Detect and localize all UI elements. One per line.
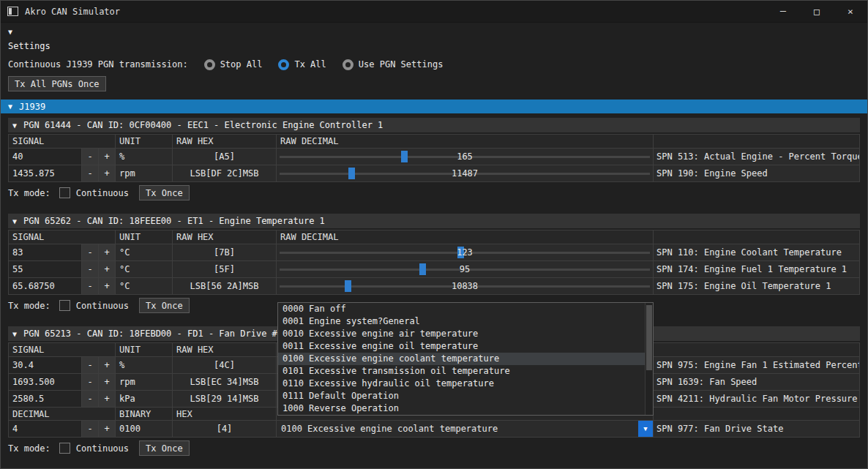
slider-handle[interactable] <box>345 280 351 292</box>
app-icon-glyph <box>9 8 12 15</box>
collapse-icon[interactable]: ▼ <box>12 330 17 338</box>
radio-icon[interactable] <box>343 59 353 70</box>
radio-stop-all[interactable]: Stop All <box>204 59 263 70</box>
combobox-selected-value[interactable]: 0100 Excessive engine coolant temperatur… <box>277 424 638 434</box>
dropdown-item[interactable]: 0110 Excessive hydraulic oil temperature <box>278 378 653 390</box>
tx-mode-label: Tx mode: <box>8 188 50 198</box>
signal-value-input[interactable]: 2580.5 <box>9 391 82 407</box>
pgn-section-header[interactable]: ▼ PGN 65262 - CAN ID: 18FEEE00 - ET1 - E… <box>8 214 860 228</box>
column-header-spn <box>654 408 859 420</box>
collapse-icon[interactable]: ▼ <box>12 121 17 130</box>
state-value-input[interactable]: 4 <box>9 421 82 437</box>
dropdown-scrollbar[interactable] <box>645 303 653 415</box>
tx-all-pgns-once-button[interactable]: Tx All PGNs Once <box>8 76 106 91</box>
signal-value-input[interactable]: 65.68750 <box>9 278 82 294</box>
slider-handle[interactable] <box>401 151 408 162</box>
decrement-button[interactable]: - <box>82 244 99 260</box>
continuous-checkbox[interactable] <box>59 443 70 454</box>
signal-value-input[interactable]: 40 <box>9 149 82 165</box>
signal-row: 65.68750 - + °C LSB[56 2A]MSB 10838 SPN … <box>9 277 859 294</box>
collapse-icon[interactable]: ▼ <box>8 102 12 110</box>
dropdown-item[interactable]: 0011 Excessive engine oil temperature <box>278 340 653 353</box>
signal-value-input[interactable]: 83 <box>9 244 82 260</box>
spn-label: SPN 175: Engine Oil Temperature 1 <box>654 278 859 294</box>
signal-value-input[interactable]: 55 <box>9 261 82 277</box>
decrement-button[interactable]: - <box>82 278 99 294</box>
decrement-button[interactable]: - <box>82 261 99 277</box>
decrement-button[interactable]: - <box>82 421 99 437</box>
radio-use-pgn-settings[interactable]: Use PGN Settings <box>343 59 444 70</box>
table-header-row: SIGNAL UNIT RAW HEX RAW DECIMAL <box>9 230 859 244</box>
raw-hex-value: [4C] <box>173 357 277 373</box>
dropdown-item[interactable]: 0000 Fan off <box>278 303 653 315</box>
decrement-button[interactable]: - <box>82 149 99 165</box>
dropdown-item[interactable]: 0111 Default Operation <box>278 390 653 402</box>
decrement-button[interactable]: - <box>82 357 99 373</box>
raw-decimal-slider[interactable]: 95 <box>277 261 654 277</box>
minimize-button[interactable]: ─ <box>766 1 800 22</box>
continuous-checkbox[interactable] <box>59 300 70 311</box>
continuous-label: Continuous <box>76 301 129 311</box>
dropdown-item[interactable]: 0101 Excessive transmission oil temperat… <box>278 365 653 378</box>
increment-button[interactable]: + <box>99 149 116 165</box>
maximize-button[interactable]: □ <box>800 1 834 22</box>
dropdown-item[interactable]: 1000 Reverse Operation <box>278 402 653 415</box>
radio-icon[interactable] <box>204 59 215 70</box>
tx-once-button[interactable]: Tx Once <box>139 298 190 313</box>
tx-mode-row: Tx mode: Continuous Tx Once <box>8 440 860 456</box>
raw-decimal-value: 11487 <box>452 168 478 179</box>
decrement-button[interactable]: - <box>82 165 99 181</box>
slider-handle[interactable] <box>419 263 426 275</box>
signal-value-input[interactable]: 30.4 <box>9 357 82 373</box>
column-header-spn <box>654 230 859 244</box>
radio-label: Use PGN Settings <box>359 59 444 70</box>
raw-decimal-slider[interactable]: 123 <box>277 244 654 260</box>
increment-button[interactable]: + <box>99 244 116 260</box>
column-header-raw-decimal: RAW DECIMAL <box>277 135 654 148</box>
decrement-button[interactable]: - <box>82 374 99 390</box>
raw-hex-value: [5F] <box>173 261 277 277</box>
app-icon <box>7 7 18 16</box>
dropdown-item[interactable]: 0001 Engine system?General <box>278 315 653 328</box>
signal-value-input[interactable]: 1693.500 <box>9 374 82 390</box>
pgn-section-header[interactable]: ▼ PGN 61444 - CAN ID: 0CF00400 - EEC1 - … <box>8 118 860 132</box>
decrement-button[interactable]: - <box>82 391 99 407</box>
raw-decimal-slider[interactable]: 11487 <box>277 165 654 181</box>
raw-hex-value: LSB[EC 34]MSB <box>173 374 277 390</box>
increment-button[interactable]: + <box>99 165 116 181</box>
radio-tx-all[interactable]: Tx All <box>278 59 326 70</box>
increment-button[interactable]: + <box>99 357 116 373</box>
collapse-icon[interactable]: ▼ <box>12 217 17 225</box>
continuous-label: Continuous <box>76 188 129 198</box>
increment-button[interactable]: + <box>99 278 116 294</box>
signal-value-input[interactable]: 1435.875 <box>9 165 82 181</box>
slider-handle[interactable] <box>348 168 355 179</box>
radio-selected-icon[interactable] <box>278 59 289 70</box>
signal-row: 83 - + °C [7B] 123 SPN 110: Engine Coola… <box>9 244 859 260</box>
tx-once-button[interactable]: Tx Once <box>139 440 190 456</box>
continuous-checkbox[interactable] <box>59 187 70 198</box>
column-header-unit: UNIT <box>116 343 173 356</box>
j1939-group-header[interactable]: ▼ J1939 <box>1 100 867 113</box>
scrollbar-thumb[interactable] <box>646 305 652 370</box>
tx-once-button[interactable]: Tx Once <box>139 185 190 200</box>
column-header-raw-decimal: RAW DECIMAL <box>277 230 654 244</box>
raw-decimal-slider[interactable]: 165 <box>277 149 654 165</box>
spn-label: SPN 190: Engine Speed <box>654 165 859 181</box>
close-button[interactable]: × <box>834 1 867 22</box>
combobox-dropdown-button[interactable]: ▼ <box>638 421 653 437</box>
column-header-hex: HEX <box>173 408 277 420</box>
increment-button[interactable]: + <box>99 374 116 390</box>
fan-drive-state-combobox[interactable]: 0100 Excessive engine coolant temperatur… <box>277 421 654 437</box>
increment-button[interactable]: + <box>99 261 116 277</box>
pgn-section-title: PGN 65262 - CAN ID: 18FEEE00 - ET1 - Eng… <box>23 216 325 226</box>
signal-table: SIGNAL UNIT RAW HEX RAW DECIMAL 83 - + °… <box>8 230 860 295</box>
raw-decimal-slider[interactable]: 10838 <box>277 278 654 294</box>
increment-button[interactable]: + <box>99 391 116 407</box>
hex-value: [4] <box>173 421 277 437</box>
increment-button[interactable]: + <box>99 421 116 437</box>
dropdown-item-highlighted[interactable]: 0100 Excessive engine coolant temperatur… <box>278 353 653 365</box>
column-header-binary: BINARY <box>116 408 173 420</box>
settings-collapse-icon[interactable]: ▼ <box>8 27 860 37</box>
dropdown-item[interactable]: 0010 Excessive engine air temperature <box>278 328 653 340</box>
